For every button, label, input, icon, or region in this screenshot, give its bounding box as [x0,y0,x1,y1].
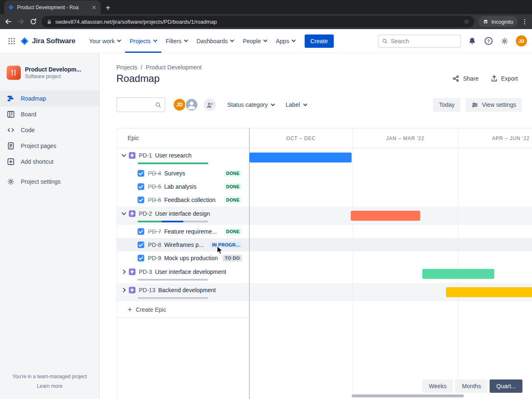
issue-name[interactable]: Feedback collection [164,197,216,203]
timeline-row-pd-5[interactable]: PD-5Lab analysisDONE [117,180,532,193]
timeline-row-pd-4[interactable]: PD-4SurveysDONE [117,167,532,180]
roadmap-search-input[interactable] [121,101,155,108]
export-button[interactable]: Export [490,75,518,82]
issue-name[interactable]: User interface design [155,210,210,217]
browser-menu-icon[interactable]: ⋮ [522,18,528,25]
roadmap-search[interactable] [116,97,165,112]
issue-cell: PD-8Wireframes p...IN PROGR... [117,238,249,251]
epic-icon [129,287,135,293]
sidebar-item-project-pages[interactable]: Project pages [0,138,99,154]
learn-more-link[interactable]: Learn more [0,383,99,389]
timeline-bar-pd-1[interactable] [249,153,352,163]
breadcrumb-projects[interactable]: Projects [116,64,138,71]
share-icon [452,75,460,82]
today-button[interactable]: Today [433,98,460,112]
global-search-input[interactable] [391,38,457,44]
issue-name[interactable]: User interface development [155,268,226,275]
issue-name[interactable]: Backend development [158,287,216,293]
browser-tab[interactable]: Product Development - Roa ✕ [4,0,101,14]
timeline-row-pd-7[interactable]: PD-7Feature requireme...DONE [117,225,532,238]
assignee-avatars: JD [173,98,216,111]
create-button[interactable]: Create [305,34,334,48]
collapse-chevron-icon[interactable] [120,210,128,217]
status-category-filter[interactable]: Status category [227,101,274,108]
zoom-weeks-button[interactable]: Weeks [422,379,453,393]
timeline-row-pd-13[interactable]: PD-13Backend development [117,283,532,301]
topnav-item-filters[interactable]: Filters [161,29,192,53]
timeline-row-pd-3[interactable]: PD-3User interface development [117,265,532,283]
export-icon [490,75,498,82]
topnav-item-projects[interactable]: Projects [125,29,161,53]
global-search[interactable] [378,34,461,48]
timeline-row-pd-1[interactable]: PD-1User research [117,148,532,167]
share-button[interactable]: Share [452,75,478,82]
roadmap-toolbar: JD Status category Label Today View sett… [116,97,522,112]
timeline-row-pd-9[interactable]: PD-9Mock ups productionTO DO [117,251,532,265]
issue-name[interactable]: User research [155,152,192,159]
issue-name[interactable]: Wireframes p... [164,241,204,248]
breadcrumb: Projects / Product Development [116,64,202,71]
collapse-chevron-icon[interactable] [120,152,128,159]
timeline-cell [249,251,532,265]
avatar-jd[interactable]: JD [173,98,186,111]
title-actions: Share Export [452,75,518,82]
status-badge: DONE [224,170,242,177]
add-people-button[interactable] [204,99,216,111]
epic-progress-bar [138,163,208,164]
expand-chevron-icon[interactable] [120,286,128,294]
chevron-down-icon [117,38,121,42]
issue-name[interactable]: Feature requireme... [164,228,217,235]
tab-close-icon[interactable]: ✕ [91,4,96,11]
timeline-row-pd-6[interactable]: PD-6Feedback collectionDONE [117,193,532,207]
timeline-bar-pd-3[interactable] [422,269,494,279]
topnav-item-apps[interactable]: Apps [271,29,300,53]
timeline-row-pd-8[interactable]: PD-8Wireframes p...IN PROGR... [117,238,532,251]
new-tab-button[interactable]: + [106,4,111,12]
period-label-q1: JAN – MAR '22 [352,128,458,148]
zoom-quart-button[interactable]: Quart... [490,379,522,393]
timeline-cell [249,238,532,251]
sidebar-item-project-settings[interactable]: Project settings [0,174,99,190]
epic-icon [129,152,135,159]
chevron-down-icon [184,38,188,42]
topnav-item-dashboards[interactable]: Dashboards [192,29,239,53]
issue-key: PD-3 [139,268,152,275]
settings-gear-icon[interactable] [500,36,510,46]
grid-line-q1 [352,128,353,399]
refresh-icon[interactable] [29,17,37,26]
horizontal-scrollbar-thumb[interactable] [352,394,464,397]
timeline-bar-pd-2[interactable] [351,211,420,221]
bookmark-star-icon[interactable]: ☆ [464,18,469,25]
issue-name[interactable]: Mock ups production [164,255,218,261]
epic-cell: PD-1User research [117,148,249,167]
task-icon [138,197,144,203]
help-icon[interactable]: ? [483,36,493,46]
sidebar-item-add-shortcut[interactable]: Add shortcut [0,154,99,170]
notifications-bell-icon[interactable] [467,36,477,46]
app-switcher-icon[interactable] [5,34,18,48]
jira-logo[interactable]: Jira Software [20,37,75,46]
sidebar-item-code[interactable]: Code [0,122,99,138]
avatar-generic[interactable] [185,98,198,111]
label-filter[interactable]: Label [286,101,306,108]
timeline-row-pd-2[interactable]: PD-2User interface design [117,207,532,225]
timeline-cell [249,167,532,180]
epic-column-divider[interactable] [249,128,250,399]
back-icon[interactable] [4,17,12,26]
topnav-item-your-work[interactable]: Your work [84,29,125,53]
view-settings-button[interactable]: View settings [466,98,522,112]
issue-name[interactable]: Surveys [164,170,185,177]
sidebar-item-board[interactable]: Board [0,106,99,122]
pages-icon [7,142,15,150]
sidebar-item-roadmap[interactable]: Roadmap [0,91,99,106]
create-epic-button[interactable]: + Create Epic [117,301,249,318]
expand-chevron-icon[interactable] [120,268,128,276]
zoom-months-button[interactable]: Months [455,379,488,393]
topnav-item-people[interactable]: People [238,29,271,53]
issue-name[interactable]: Lab analysis [164,183,197,190]
url-bar[interactable]: swdev874.atlassian.net/jira/software/pro… [42,16,474,27]
jira-top-nav: Jira Software Your workProjectsFiltersDa… [0,29,532,53]
user-avatar[interactable]: JD [516,35,527,47]
timeline-bar-pd-13[interactable] [446,287,532,297]
breadcrumb-project-name[interactable]: Product Development [145,64,202,71]
